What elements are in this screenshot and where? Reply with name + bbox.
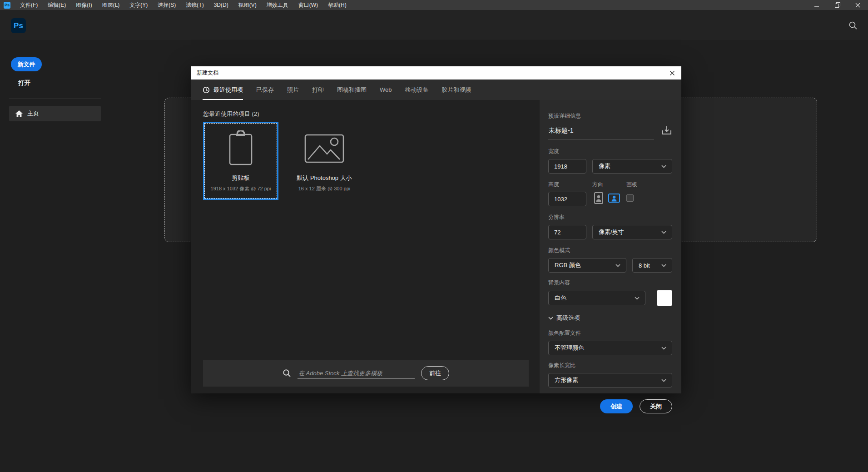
chevron-down-icon: [661, 165, 666, 168]
menu-edit[interactable]: 编辑(E): [43, 0, 71, 10]
bit-depth-select[interactable]: 8 bit: [632, 258, 672, 273]
app-icon: Ps: [4, 2, 10, 9]
minimize-icon: [814, 3, 819, 8]
recent-cards: 剪贴板 1918 x 1032 像素 @ 72 ppi 默认 Photoshop…: [203, 122, 362, 200]
download-icon: [661, 125, 672, 135]
close-window-button[interactable]: [848, 0, 868, 10]
minimize-button[interactable]: [807, 0, 827, 10]
stock-search-input[interactable]: [298, 368, 415, 379]
color-profile-select[interactable]: 不管理颜色: [548, 341, 672, 355]
menu-layer[interactable]: 图层(L): [97, 0, 125, 10]
height-orientation-row: 高度 方向: [548, 181, 672, 206]
document-name-input[interactable]: [548, 127, 654, 139]
restore-button[interactable]: [827, 0, 848, 10]
home-icon: [15, 110, 23, 117]
photoshop-logo: Ps: [11, 18, 26, 33]
card-icon-area: [227, 123, 254, 174]
portrait-icon: [592, 192, 605, 204]
pixel-aspect-row: 方形像素: [548, 373, 672, 388]
dialog-title: 新建文档: [197, 69, 218, 77]
photoshop-window: Ps 文件(F) 编辑(E) 图像(I) 图层(L) 文字(Y) 选择(S) 滤…: [0, 0, 868, 472]
new-document-dialog: 新建文档 最近使用项 已保存 照片 打印 图稿和插图 Web 移动设备 胶片和视…: [191, 66, 681, 393]
orientation-icons: [592, 192, 620, 204]
new-file-button[interactable]: 新文件: [11, 57, 42, 71]
pixel-aspect-label: 像素长宽比: [548, 362, 672, 369]
close-icon: [855, 3, 860, 8]
dialog-close-icon[interactable]: [670, 70, 675, 76]
close-dialog-button[interactable]: 关闭: [640, 399, 672, 413]
clipboard-icon: [227, 130, 254, 167]
width-input[interactable]: [548, 159, 586, 174]
search-icon: [848, 21, 858, 30]
menu-view[interactable]: 视图(V): [233, 0, 262, 10]
card-meta: 1918 x 1032 像素 @ 72 ppi: [211, 185, 271, 192]
tab-mobile[interactable]: 移动设备: [405, 79, 429, 100]
menu-type[interactable]: 文字(Y): [124, 0, 153, 10]
recent-card-default-size[interactable]: 默认 Photoshop 大小 16 x 12 厘米 @ 300 ppi: [287, 122, 362, 200]
preset-details-title: 预设详细信息: [548, 112, 672, 120]
color-mode-row: RGB 颜色 8 bit: [548, 258, 672, 273]
advanced-options-label: 高级选项: [556, 314, 580, 322]
orientation-landscape-button[interactable]: [608, 192, 620, 204]
artboard-checkbox[interactable]: [626, 194, 634, 202]
menu-help[interactable]: 帮助(H): [323, 0, 352, 10]
orientation-portrait-button[interactable]: [592, 192, 605, 204]
os-menu-bar: Ps 文件(F) 编辑(E) 图像(I) 图层(L) 文字(Y) 选择(S) 滤…: [0, 0, 868, 10]
background-select[interactable]: 白色: [548, 291, 645, 305]
sidebar-divider: [9, 99, 101, 99]
bit-depth-value: 8 bit: [639, 262, 650, 269]
background-row: 白色: [548, 290, 672, 306]
color-mode-value: RGB 颜色: [555, 261, 581, 269]
card-icon-area: [304, 123, 344, 174]
menu-filter[interactable]: 滤镜(T): [181, 0, 208, 10]
advanced-options-toggle[interactable]: 高级选项: [548, 314, 672, 322]
tab-web[interactable]: Web: [380, 79, 392, 100]
color-mode-select[interactable]: RGB 颜色: [548, 258, 626, 273]
create-button[interactable]: 创建: [600, 399, 633, 413]
resolution-input[interactable]: [548, 225, 586, 239]
chevron-down-icon: [661, 379, 666, 382]
width-row: 像素: [548, 159, 672, 174]
tab-print[interactable]: 打印: [312, 79, 324, 100]
menu-file[interactable]: 文件(F): [15, 0, 43, 10]
chevron-down-icon: [548, 317, 553, 320]
orientation-label: 方向: [592, 181, 620, 189]
image-icon: [304, 134, 344, 163]
save-preset-button[interactable]: [661, 125, 672, 139]
sidebar-item-home[interactable]: 主页: [9, 106, 101, 121]
pixel-aspect-select[interactable]: 方形像素: [548, 373, 672, 388]
tab-art-illustration[interactable]: 图稿和插图: [337, 79, 367, 100]
dialog-body: 您最近使用的项目 (2) 剪贴板 1918 x 1032 像素: [191, 100, 681, 393]
templates-area: 您最近使用的项目 (2) 剪贴板 1918 x 1032 像素: [191, 100, 540, 393]
search-button[interactable]: [848, 20, 858, 30]
height-input[interactable]: [548, 192, 586, 206]
document-name-row: [548, 125, 672, 139]
tab-saved[interactable]: 已保存: [256, 79, 274, 100]
restore-icon: [835, 2, 840, 8]
width-unit-select[interactable]: 像素: [592, 159, 672, 174]
tab-recent-label: 最近使用项: [213, 86, 243, 94]
resolution-unit-select[interactable]: 像素/英寸: [592, 225, 672, 239]
height-label: 高度: [548, 181, 586, 189]
recent-card-clipboard[interactable]: 剪贴板 1918 x 1032 像素 @ 72 ppi: [203, 122, 278, 200]
menu-select[interactable]: 选择(S): [153, 0, 181, 10]
open-button[interactable]: 打开: [18, 79, 30, 87]
landscape-icon: [608, 192, 620, 204]
artboard-col: 画板: [626, 181, 637, 206]
card-name: 剪贴板: [232, 174, 250, 182]
menu-plugins[interactable]: 增效工具: [262, 0, 293, 10]
tab-film-video[interactable]: 胶片和视频: [442, 79, 471, 100]
background-color-swatch[interactable]: [657, 290, 672, 306]
recent-items-header: 您最近使用的项目 (2): [203, 110, 259, 118]
tab-recent[interactable]: 最近使用项: [203, 79, 243, 100]
tab-photo[interactable]: 照片: [287, 79, 299, 100]
dialog-titlebar: 新建文档: [191, 66, 681, 79]
menu-window[interactable]: 窗口(W): [293, 0, 323, 10]
preset-details-panel: 预设详细信息 宽度 像素: [540, 100, 681, 393]
menu-image[interactable]: 图像(I): [71, 0, 97, 10]
menu-3d[interactable]: 3D(D): [209, 0, 233, 10]
adobe-stock-search-bar: 前往: [203, 360, 529, 387]
resolution-row: 像素/英寸: [548, 225, 672, 239]
go-button[interactable]: 前往: [421, 366, 449, 380]
width-unit-value: 像素: [599, 162, 610, 170]
